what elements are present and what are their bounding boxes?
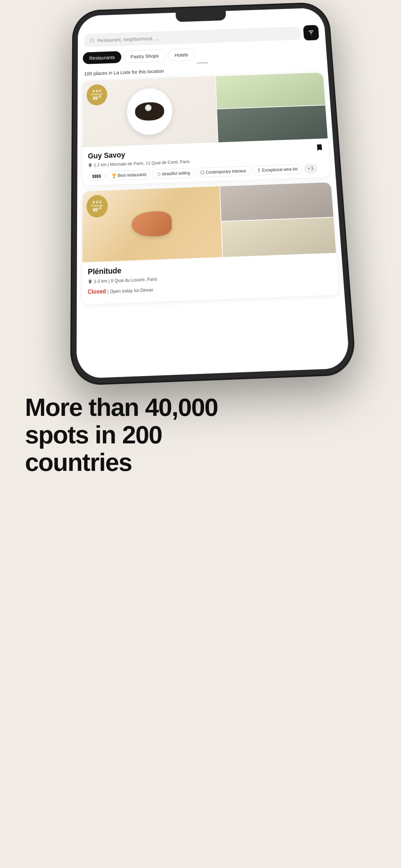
location-text-1: 1.2 km | Monnaie de Paris, 11 Quai de Co…: [94, 159, 190, 168]
status-open-text: Open today for Dinner: [110, 287, 154, 294]
card-side-bottom-1: [217, 105, 328, 142]
tag-wine: Exceptional wine list: [252, 164, 302, 175]
fish-element: [132, 211, 172, 237]
search-input-wrapper[interactable]: Restaurant, neighborhood, ...: [84, 27, 301, 48]
dining-room-decoration: [222, 217, 336, 257]
card-images-plenitude: ♛♛♛ Prestige 99.00: [82, 182, 336, 262]
search-placeholder: Restaurant, neighborhood, ...: [97, 35, 159, 43]
main-headline: More than 40,000 spots in 200 countries: [25, 394, 376, 476]
tab-restaurants[interactable]: Restaurants: [83, 51, 121, 64]
wine-icon: [257, 168, 261, 173]
search-icon: [89, 37, 95, 43]
svg-point-0: [90, 38, 94, 42]
card-images-guy-savoy: ♛♛♛ Prestige 99.50: [83, 72, 328, 147]
interior-icon: [201, 170, 205, 175]
tab-pastry-shops[interactable]: Pastry Shops: [124, 50, 166, 63]
location-text-2: 1.0 km | 8 Quai du Louvre, Paris: [94, 276, 157, 284]
card-side-images-2: [220, 182, 336, 257]
card-side-bottom-2: [222, 217, 336, 257]
status-text: |: [107, 288, 109, 294]
tag-beautiful-setting: beautiful setting: [153, 168, 195, 179]
dark-plate-decoration: [217, 105, 328, 142]
badge-score-2: 99.00: [93, 207, 101, 213]
restaurant-card-plenitude[interactable]: ♛♛♛ Prestige 99.00: [82, 182, 339, 304]
screen-content: Restaurant, neighborhood, ... Restaurant…: [76, 7, 350, 379]
chef-photo-decoration: [220, 182, 333, 221]
diamond-icon: [157, 172, 161, 176]
phone-wrapper: Restaurant, neighborhood, ... Restaurant…: [0, 0, 401, 350]
tag-more-1[interactable]: + 3: [304, 163, 318, 174]
tag-best-restaurants: 🏆 Best restaurants: [107, 170, 151, 181]
card-side-top-2: [220, 182, 333, 221]
bookmark-icon-1[interactable]: [315, 144, 324, 152]
restaurant-name-1: Guy Savoy: [88, 150, 125, 161]
svg-line-1: [93, 41, 94, 42]
phone-notch: [176, 11, 226, 22]
location-pin-icon-2: [88, 279, 93, 284]
card-side-top-1: [215, 72, 325, 109]
tag-price-1: $$$$: [88, 171, 105, 182]
asparagus-decoration: [215, 72, 325, 109]
restaurant-card-guy-savoy[interactable]: ♛♛♛ Prestige 99.50: [82, 72, 330, 186]
filter-icon: [307, 29, 315, 36]
phone-mockup: Restaurant, neighborhood, ... Restaurant…: [70, 2, 357, 386]
svg-rect-5: [201, 171, 204, 174]
tab-hotels[interactable]: Hotels: [168, 48, 195, 62]
restaurant-name-2: Plénitude: [88, 266, 122, 277]
status-closed-label: Closed: [88, 288, 106, 295]
filter-button[interactable]: [303, 25, 319, 41]
svg-line-2: [308, 31, 313, 31]
location-pin-icon-1: [88, 163, 93, 168]
plate-1: [127, 88, 173, 135]
badge-score-1: 99.50: [93, 96, 101, 101]
scroll-dot: [197, 62, 208, 64]
card-side-images-1: [215, 72, 328, 142]
tag-contemporary: Contemporary Interieur: [196, 166, 251, 178]
phone-screen: Restaurant, neighborhood, ... Restaurant…: [76, 7, 350, 379]
